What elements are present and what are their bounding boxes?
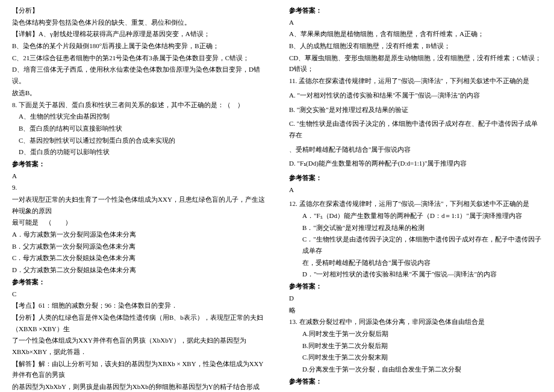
- q9-kaodian: 【考点】61：细胞的减数分裂；96：染色体数目的变异．: [12, 300, 265, 311]
- opt-d: D、培育三倍体无子西瓜，使用秋水仙素使染色体数加倍原理为染色体数目变异，D错误。: [12, 64, 265, 86]
- left-column: 【分析】 染色体结构变异包括染色体片段的缺失、重复、易位和倒位。 【详解】A、γ…: [0, 0, 277, 392]
- q8-d: D、蛋白质的功能可以影响性状: [12, 146, 265, 158]
- q8-stem: 8. 下面是关于基因、蛋白质和性状三者间关系的叙述，其中不正确的是：（ ）: [12, 99, 265, 111]
- q13-d: D.分离发生于第一次分裂，自由组合发生于第二次分裂: [289, 364, 542, 375]
- ref-answer-label-9: 参考答案：: [12, 276, 265, 288]
- q12-lue: 略: [289, 305, 542, 316]
- q9-fenxi-2: 了一个性染色体组成为XXY并伴有色盲的男孩（XbXbY），据此夫妇的基因型为XB…: [12, 335, 265, 357]
- analysis-text: 染色体结构变异包括染色体片段的缺失、重复、易位和倒位。: [12, 17, 265, 28]
- q13-stem: 13. 在减数分裂过程中，同源染色体分离，非同源染色体自由组合是: [289, 316, 542, 328]
- q12-c2: 在，受精时雌雄配子随机结合"属于假说内容: [289, 257, 542, 269]
- q10-exp-b: B、人的成熟红细胞没有细胞壁，没有纤维素，B错误；: [289, 40, 542, 52]
- q9-num: 9.: [12, 182, 265, 193]
- q12-c1: C．"生物性状是由遗传因子决定的，体细胞中遗传因子成对存在，配子中遗传因子成单存: [289, 234, 542, 256]
- page-container: 【分析】 染色体结构变异包括染色体片段的缺失、重复、易位和倒位。 【详解】A、γ…: [0, 0, 554, 392]
- q13-c: C.同时发生于第二次分裂末期: [289, 352, 542, 363]
- q8-b: B、蛋白质的结构可以直接影响性状: [12, 123, 265, 134]
- q12-d: D．"一对相对性状的遗传实验和结果"不属于"假说—演绎法"的内容: [289, 269, 542, 280]
- q9-a: A．母方减数第一次分裂同源染色体未分离: [12, 229, 265, 240]
- q13-answer: A: [289, 390, 542, 392]
- analysis-title: 【分析】: [12, 5, 265, 16]
- q9-b: B．父方减数第一次分裂同源染色体未分离: [12, 241, 265, 252]
- q11-c2: 、受精时雌雄配子随机结合"属于假说内容: [289, 144, 542, 155]
- q9-jieda-1: 【解答】解：由以上分析可知，该夫妇的基因型为XBXb × XBY，性染色体组成为…: [12, 358, 265, 381]
- q8-a: A、生物的性状完全由基因控制: [12, 111, 265, 122]
- gxb: 故选B。: [12, 87, 265, 99]
- opt-b: B、染色体的某个片段颠倒180°后再接上属于染色体结构变异，B正确；: [12, 40, 265, 52]
- ref-answer-label-12: 参考答案：: [289, 281, 542, 292]
- q11-d: D. "F₁(Dd)能产生数量相等的两种配子(D:d=1:1)"属于推理内容: [289, 158, 542, 169]
- q10-exp-a: A、苹果果肉细胞是植物细胞，含有细胞壁，含有纤维素，A正确；: [289, 28, 542, 40]
- q10-answer: A: [289, 17, 542, 28]
- ref-answer-label-10: 参考答案：: [289, 5, 542, 16]
- q9-fenxi-1: 【分析】人类的红绿色盲是伴X染色体隐性遗传病（用B、b表示），表现型正常的夫妇（…: [12, 312, 265, 334]
- q12-b: B．"测交试验"是对推理过程及结果的检测: [289, 222, 542, 234]
- q12-a: A．"F₁（Dd）能产生数量相等的两种配子（D：d＝1:1）"属于演绎推理内容: [289, 210, 542, 222]
- opt-c: C、21三体综合征患者细胞中的第21号染色体有3条属于染色体数目变异，C错误；: [12, 52, 265, 64]
- q9-stem-2: 最可能是 （ ）: [12, 217, 265, 228]
- ref-answer-label-8: 参考答案：: [12, 158, 265, 170]
- q9-d: D．父方减数第二次分裂姐妹染色体未分离: [12, 264, 265, 276]
- q11-answer: A: [289, 184, 542, 196]
- q11-c1: C. "生物性状是由遗传因子决定的，体细胞中遗传因子成对存在、配子中遗传因子成单…: [289, 118, 542, 140]
- q11-b: B. "测交实验"是对推理过程及结果的验证: [289, 104, 542, 116]
- q9-answer: C: [12, 288, 265, 300]
- q10-exp-cd: CD、草履虫细胞、变形虫细胞都是原生动物细胞，没有细胞壁，没有纤维素；C错误；D…: [289, 52, 542, 75]
- ref-answer-label-13: 参考答案：: [289, 376, 542, 387]
- q12-stem: 12. 孟德尔在探索遗传规律时，运用了"假说—演绎法"，下列相关叙述中不正确的是: [289, 198, 542, 210]
- right-column: 参考答案： A A、苹果果肉细胞是植物细胞，含有细胞壁，含有纤维素，A正确； B…: [277, 0, 554, 392]
- q9-c: C．母方减数第二次分裂姐妹染色体未分离: [12, 252, 265, 264]
- ref-answer-label-11: 参考答案：: [289, 172, 542, 184]
- q9-jieda-2: 的基因型为XbXbY，则男孩是由基因型为XbXb的卵细胞和基因型为Y的精子结合形…: [12, 381, 265, 392]
- detail-title: 【详解】A、γ射线处理棉花获得高产品种原理是基因突变，A错误；: [12, 28, 265, 40]
- q8-c: C、基因控制性状可以通过控制蛋白质的合成来实现的: [12, 135, 265, 146]
- q13-a: A.同时发生于第一次分裂后期: [289, 328, 542, 340]
- q8-answer: A: [12, 170, 265, 182]
- q12-answer: D: [289, 293, 542, 304]
- q11-a: A. "一对相对性状的遗传实验和结果"不属于"假说—演绎法"的内容: [289, 90, 542, 101]
- q9-stem-1: 一对表现型正常的夫妇生育了一个性染色体组成为XXY，且患红绿色盲的儿子，产生这种…: [12, 194, 265, 216]
- q11-stem: 11. 孟德尔在探索遗传规律时，运用了"假说—演绎法"，下列相关叙述中不正确的是: [289, 75, 542, 87]
- q13-b: B.同时发生于第二次分裂后期: [289, 340, 542, 352]
